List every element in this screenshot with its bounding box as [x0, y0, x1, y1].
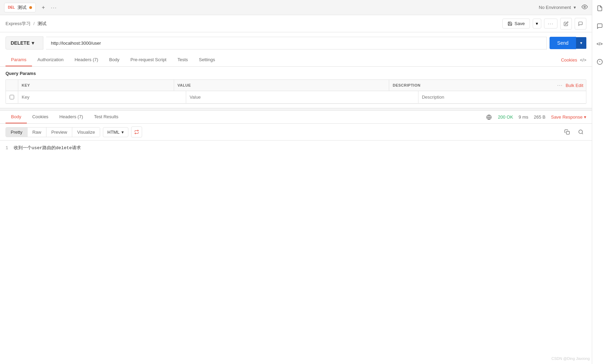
breadcrumb-bar: Express学习 / 测试 Save ▾ ··· [0, 15, 592, 32]
request-tabs: Params Authorization Headers (7) Body Pr… [0, 54, 592, 67]
breadcrumb-parent[interactable]: Express学习 [6, 21, 31, 27]
tab-method-badge: DEL [8, 5, 15, 9]
environment-selector[interactable]: No Environment ▾ [539, 4, 588, 11]
value-column-header: VALUE [174, 80, 389, 91]
format-tab-visualize[interactable]: Visualize [72, 128, 100, 137]
send-chevron-button[interactable]: ▾ [576, 37, 586, 49]
table-row [6, 91, 586, 103]
table-more-icon[interactable]: ··· [557, 83, 563, 88]
tab-name: 测试 [18, 4, 26, 11]
svg-rect-3 [566, 131, 569, 134]
sidebar-document-icon[interactable] [594, 3, 605, 14]
copy-button[interactable] [562, 126, 573, 137]
edit-button[interactable] [560, 18, 572, 30]
description-input[interactable] [422, 95, 583, 100]
method-chevron-icon: ▾ [32, 40, 34, 46]
key-column-header: KEY [18, 80, 174, 91]
send-button-group: Send ▾ [550, 37, 586, 49]
right-sidebar: </> [592, 0, 607, 364]
method-select[interactable]: DELETE ▾ [6, 36, 43, 49]
request-tab[interactable]: DEL 测试 [4, 3, 36, 12]
resp-tab-cookies[interactable]: Cookies [27, 111, 54, 123]
description-column-header: DESCRIPTION [389, 80, 545, 91]
tab-bar: DEL 测试 + ··· No Environment ▾ [0, 0, 592, 15]
row-checkbox[interactable] [6, 91, 18, 103]
method-label: DELETE [11, 40, 30, 46]
format-tab-raw[interactable]: Raw [28, 128, 46, 137]
eye-icon[interactable] [582, 4, 588, 11]
more-options-button[interactable]: ··· [544, 19, 557, 29]
globe-icon [486, 114, 492, 121]
check-column-header [6, 80, 18, 91]
tab-params[interactable]: Params [6, 54, 32, 66]
resp-tab-test-results[interactable]: Test Results [88, 111, 124, 123]
save-button[interactable]: Save [502, 19, 530, 29]
format-chevron-icon: ▾ [121, 130, 124, 135]
watermark: CSDN @Ding Jiaxiong [552, 356, 590, 361]
tab-unsaved-dot [29, 6, 32, 9]
environment-chevron-icon: ▾ [574, 5, 576, 10]
resp-tab-headers[interactable]: Headers (7) [54, 111, 89, 123]
response-actions-right [562, 126, 586, 137]
line-number-1: 1 [6, 145, 8, 152]
save-response-label: Save Response [551, 114, 583, 120]
response-time: 9 ms [519, 114, 528, 120]
sidebar-comment-icon[interactable] [594, 21, 605, 32]
save-chevron-button[interactable]: ▾ [533, 19, 541, 29]
params-section: Query Params KEY VALUE DESCRIPTION ··· B… [0, 67, 592, 108]
url-input[interactable] [46, 37, 547, 49]
request-line: DELETE ▾ Send ▾ [0, 32, 592, 54]
section-divider [0, 108, 592, 111]
breadcrumb-current: 测试 [38, 21, 46, 27]
search-button[interactable] [575, 126, 586, 137]
response-size: 265 B [534, 114, 545, 120]
response-body: 1 收到一个user路由的delete请求 [0, 141, 592, 364]
save-label: Save [514, 21, 525, 26]
query-params-title: Query Params [6, 71, 586, 76]
svg-point-0 [584, 6, 586, 8]
cookies-link[interactable]: Cookies [561, 57, 577, 63]
new-tab-button[interactable]: + [39, 3, 48, 12]
response-meta: 200 OK 9 ms 265 B Save Response ▾ [486, 114, 586, 121]
format-tab-pretty[interactable]: Pretty [6, 128, 28, 137]
tab-pre-request[interactable]: Pre-request Script [125, 54, 172, 66]
bulk-edit-button[interactable]: Bulk Edit [566, 83, 583, 88]
comment-button[interactable] [575, 18, 586, 30]
checkbox-input[interactable] [10, 95, 14, 99]
tab-body[interactable]: Body [104, 54, 125, 66]
key-input[interactable] [22, 95, 182, 100]
format-type-label: HTML [107, 130, 119, 135]
save-response-button[interactable]: Save Response ▾ [551, 114, 586, 120]
breadcrumb-separator: / [33, 21, 35, 26]
format-tabs: Pretty Raw Preview Visualize [6, 127, 100, 137]
tab-more-button[interactable]: ··· [51, 5, 57, 10]
environment-label: No Environment [539, 5, 571, 10]
response-section: Body Cookies Headers (7) Test Results 20… [0, 111, 592, 364]
value-input[interactable] [190, 95, 415, 100]
params-table: KEY VALUE DESCRIPTION ··· Bulk Edit [6, 79, 586, 104]
format-type-selector[interactable]: HTML ▾ [103, 127, 128, 137]
row-value-cell[interactable] [186, 91, 418, 103]
send-button[interactable]: Send [550, 37, 576, 49]
sidebar-code-icon[interactable]: </> [594, 38, 605, 49]
response-format-bar: Pretty Raw Preview Visualize HTML ▾ [0, 124, 592, 141]
svg-line-5 [582, 133, 583, 134]
save-response-chevron-icon: ▾ [584, 114, 586, 120]
table-actions: ··· Bulk Edit [545, 80, 586, 91]
row-key-cell[interactable] [18, 91, 186, 103]
sidebar-info-icon[interactable] [594, 56, 605, 67]
format-tab-preview[interactable]: Preview [46, 128, 72, 137]
svg-point-4 [579, 130, 583, 134]
tab-headers[interactable]: Headers (7) [69, 54, 104, 66]
tab-tests[interactable]: Tests [172, 54, 193, 66]
line-content-1: 收到一个user路由的delete请求 [14, 145, 81, 152]
breadcrumb-actions: Save ▾ ··· [502, 18, 586, 30]
tab-authorization[interactable]: Authorization [32, 54, 69, 66]
row-description-cell[interactable] [418, 91, 586, 103]
params-table-header: KEY VALUE DESCRIPTION ··· Bulk Edit [6, 80, 586, 91]
response-tabs-bar: Body Cookies Headers (7) Test Results 20… [0, 111, 592, 124]
resp-tab-body[interactable]: Body [6, 111, 27, 123]
code-icon[interactable]: </> [580, 57, 586, 63]
wrap-button[interactable] [131, 126, 142, 137]
tab-settings[interactable]: Settings [193, 54, 221, 66]
